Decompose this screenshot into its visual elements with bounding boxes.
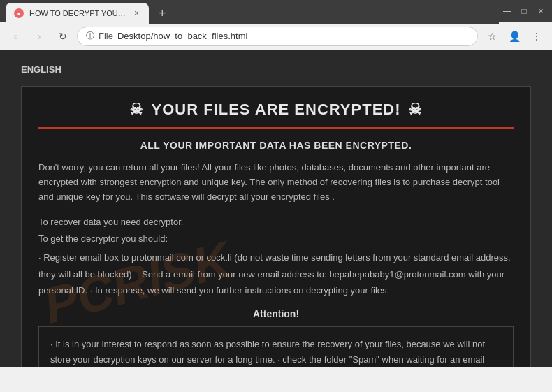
forward-button[interactable]: › xyxy=(29,27,49,46)
attention-header: Attention! xyxy=(38,308,514,319)
address-text: Desktop/how_to_back_files.html xyxy=(117,31,247,41)
attention-box: · It is in your interest to respond as s… xyxy=(38,326,514,367)
file-protocol-icon: ⓘ xyxy=(86,30,94,42)
headline-text: YOUR FILES ARE ENCRYPTED! xyxy=(151,101,400,119)
tab-close-button[interactable]: × xyxy=(133,7,140,20)
ransomware-note-box: ☠ YOUR FILES ARE ENCRYPTED! ☠ ALL YOUR I… xyxy=(21,86,531,367)
file-label: File xyxy=(99,31,113,41)
instruction-line3: · Register email box to protonmail.com o… xyxy=(38,249,514,298)
new-tab-button[interactable]: + xyxy=(154,3,170,24)
maximize-button[interactable]: □ xyxy=(518,6,530,17)
skull-right-icon: ☠ xyxy=(408,101,423,119)
body-paragraph: Don't worry, you can return all your fil… xyxy=(38,161,514,204)
tab-title: HOW TO DECRYPT YOUR FILES xyxy=(29,9,127,17)
bookmark-button[interactable]: ☆ xyxy=(482,27,502,46)
attention-text: · It is in your interest to respond as s… xyxy=(50,337,502,367)
language-label: ENGLISH xyxy=(21,64,531,75)
address-bar[interactable]: ⓘ File Desktop/how_to_back_files.html xyxy=(77,27,478,46)
divider xyxy=(38,127,514,129)
instruction-line2: To get the decryptor you should: xyxy=(38,231,514,247)
subtitle: ALL YOUR IMPORTANT DATA HAS BEEN ENCRYPT… xyxy=(38,140,514,151)
close-button[interactable]: × xyxy=(535,6,546,17)
page-content: PCRISK ENGLISH ☠ YOUR FILES ARE ENCRYPTE… xyxy=(0,50,552,367)
headline: ☠ YOUR FILES ARE ENCRYPTED! ☠ xyxy=(38,101,514,119)
browser-tab[interactable]: ● HOW TO DECRYPT YOUR FILES × xyxy=(6,3,149,24)
back-button[interactable]: ‹ xyxy=(6,27,25,46)
menu-button[interactable]: ⋮ xyxy=(527,27,546,46)
profile-button[interactable]: 👤 xyxy=(504,27,524,46)
instruction-line1: To recover data you need decryptor. xyxy=(38,214,514,230)
tab-favicon: ● xyxy=(14,8,24,18)
minimize-button[interactable]: — xyxy=(502,6,513,17)
skull-left-icon: ☠ xyxy=(129,101,144,119)
reload-button[interactable]: ↻ xyxy=(53,27,73,46)
instructions: To recover data you need decryptor. To g… xyxy=(38,214,514,298)
